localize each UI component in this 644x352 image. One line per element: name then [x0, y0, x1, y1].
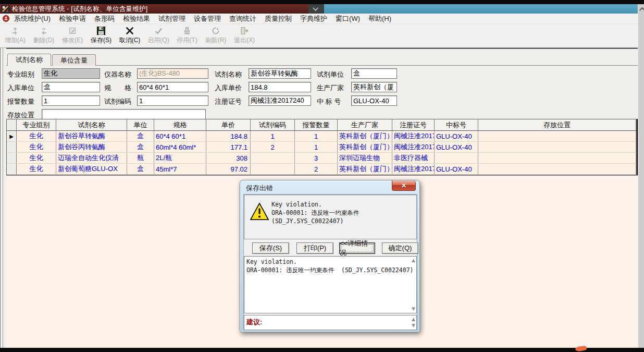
table-row-2[interactable]: 生化迈瑞全自动生化仪清瓶2L/瓶3083深圳迈瑞生物非医疗器械: [7, 153, 636, 164]
delete-icon: [39, 26, 48, 35]
label-instrument-name: 仪器名称: [104, 70, 131, 79]
field-stock-price[interactable]: 184.8: [249, 82, 311, 92]
menu-item-0[interactable]: 系统维护(U): [10, 13, 55, 25]
close-icon: ✕: [401, 182, 406, 189]
field-bid-no[interactable]: GLU-OX-40: [351, 95, 397, 106]
column-header-5[interactable]: 试剂编码: [251, 119, 295, 130]
field-spec[interactable]: 60*4 60*1: [137, 82, 208, 92]
field-reagent-name[interactable]: 新创谷草转氨酶: [249, 68, 311, 79]
details-scroll-down-icon[interactable]: ▼: [412, 307, 415, 311]
cell: 60ml*4 60ml*: [154, 142, 206, 152]
column-header-6[interactable]: 报警数量: [295, 119, 338, 130]
tab-0[interactable]: 试剂名称: [7, 54, 51, 66]
toolbar-button-label: 取消(C): [119, 36, 141, 45]
menu-item-4[interactable]: 试剂管理: [154, 13, 190, 25]
cell: [478, 142, 636, 152]
field-manufacturer[interactable]: 英科新创（厦: [351, 82, 397, 92]
label-bid-no: 中 标 号: [317, 97, 341, 106]
dialog-suggestion-box[interactable]: 建议: ▲ ▼: [244, 315, 417, 330]
column-header-8[interactable]: 注册证号: [392, 119, 435, 130]
field-stock-unit[interactable]: 盒: [42, 82, 100, 92]
row-selector[interactable]: [7, 164, 17, 174]
toolbar-button-4[interactable]: 取消(C): [118, 26, 142, 45]
cell: 3: [295, 153, 338, 163]
table-row-3[interactable]: 生化新创葡萄糖GLU-OX盒45ml*797.022英科新创（厦门）闽械注准20…: [7, 164, 636, 175]
row-selector[interactable]: [7, 153, 17, 163]
field-reagent-code[interactable]: 1: [137, 95, 208, 106]
menu-item-1[interactable]: 检验申请: [55, 13, 90, 25]
right-scrollbar[interactable]: [638, 4, 644, 348]
menu-item-3[interactable]: 检验结果: [119, 13, 154, 25]
field-reagent-unit[interactable]: 盒: [351, 68, 397, 79]
column-header-10[interactable]: 存放位置: [478, 119, 636, 130]
window-left-border: [0, 48, 6, 348]
dialog-button-0[interactable]: 保存(S): [252, 242, 289, 254]
column-header-1[interactable]: 试剂名称: [56, 119, 127, 130]
dialog-button-3[interactable]: 确定(Q): [382, 242, 418, 254]
table-row-1[interactable]: 生化新创谷丙转氨酶盒60ml*4 60ml*177.121英科新创（厦门）闽械注…: [7, 142, 636, 153]
cell: 盒: [127, 164, 154, 174]
menu-item-8[interactable]: 字典维护: [296, 13, 331, 25]
suggestion-label: 建议:: [246, 318, 262, 327]
menu-item-10[interactable]: 帮助(H): [364, 13, 395, 25]
toolbar-button-2: 修改(E): [60, 26, 84, 45]
bottom-black-strip: [0, 348, 644, 352]
details-scroll-up-icon[interactable]: ▲: [412, 258, 415, 263]
data-grid: 专业组别试剂名称单位规格单价试剂编码报警数量生产厂家注册证号中标号存放位置▶生化…: [6, 119, 637, 175]
menu-item-9[interactable]: 窗口(W): [331, 13, 364, 25]
field-specialty-group[interactable]: 生化: [42, 68, 100, 79]
dialog-button-1[interactable]: 打印(P): [296, 242, 333, 254]
label-manufacturer: 生产厂家: [317, 83, 344, 93]
cell: 迈瑞全自动生化仪清: [56, 153, 127, 163]
column-header-4[interactable]: 单价: [206, 119, 251, 130]
dialog-close-button[interactable]: ✕: [392, 180, 416, 191]
titlebar-chevron-button[interactable]: [308, 4, 324, 14]
menubar: 系统维护(U)检验申请条形码检验结果试剂管理设备管理查询统计质量控制字典维护窗口…: [0, 14, 638, 24]
cell: [251, 153, 295, 163]
label-reagent-unit: 试剂单位: [317, 70, 344, 79]
menu-item-5[interactable]: 设备管理: [190, 13, 225, 25]
refresh-icon: [211, 26, 220, 35]
toolbar: 增加(A)删除(D)修改(E)保存(S)取消(C)启用(Q)停用(T)刷新(R)…: [0, 24, 638, 48]
cell: 盒: [127, 142, 154, 152]
row-selector[interactable]: [7, 142, 17, 152]
row-selector[interactable]: ▶: [7, 131, 17, 141]
suggestion-scroll-down-icon[interactable]: ▼: [412, 323, 415, 328]
field-alarm-qty[interactable]: 1: [42, 95, 100, 106]
dialog-button-2[interactable]: <<详细情况: [339, 242, 375, 254]
menu-item-2[interactable]: 条形码: [90, 13, 119, 25]
window-title: 检验信息管理系统 - [试剂名称、单位含量维护]: [12, 5, 147, 14]
save-icon: [96, 26, 106, 35]
label-stock-unit: 入库单位: [7, 83, 34, 93]
cell: 闽械注准20172: [392, 131, 435, 141]
row-selected-marker-icon: ▶: [9, 133, 14, 139]
cell: 英科新创（厦门）: [338, 131, 392, 141]
column-header-0[interactable]: 专业组别: [17, 119, 56, 130]
cell: 新创谷草转氨酶: [56, 131, 127, 141]
field-registration-no[interactable]: 闽械注准2017240: [249, 95, 311, 106]
column-header-7[interactable]: 生产厂家: [338, 119, 392, 130]
dialog-message-panel: Key violation. ORA-00001: 违反唯一约束条件 (SD_J…: [244, 195, 417, 239]
menu-item-7[interactable]: 质量控制: [261, 13, 296, 25]
cell: 184.8: [206, 131, 251, 141]
field-instrument-name[interactable]: (生化)BS-480: [137, 68, 208, 79]
form-panel: 试剂名称单位含量 专业组别生化仪器名称(生化)BS-480试剂名称新创谷草转氨酶…: [6, 48, 638, 119]
cell: 97.02: [206, 164, 251, 174]
dialog-details-box[interactable]: Key violation. ORA-00001: 违反唯一约束条件 (SD_J…: [244, 256, 417, 313]
app-icon: [2, 5, 9, 13]
toolbar-button-3[interactable]: 保存(S): [89, 26, 113, 45]
suggestion-scroll-up-icon[interactable]: ▲: [412, 317, 415, 322]
column-header-3[interactable]: 规格: [154, 119, 206, 130]
cell: 新创谷丙转氨酶: [56, 142, 127, 152]
cell: 闽械注准20172: [392, 164, 435, 174]
tab-1[interactable]: 单位含量: [52, 54, 96, 66]
cell: 瓶: [127, 153, 154, 163]
field-storage-location[interactable]: [42, 109, 206, 119]
top-black-strip: [0, 0, 644, 4]
column-header-2[interactable]: 单位: [127, 119, 154, 130]
cell: 英科新创（厦门）: [338, 142, 392, 152]
label-alarm-qty: 报警数量: [7, 97, 34, 106]
column-header-9[interactable]: 中标号: [435, 119, 478, 130]
table-row-0[interactable]: ▶生化新创谷草转氨酶盒60*4 60*1184.811英科新创（厦门）闽械注准2…: [7, 131, 636, 142]
menu-item-6[interactable]: 查询统计: [225, 13, 261, 25]
